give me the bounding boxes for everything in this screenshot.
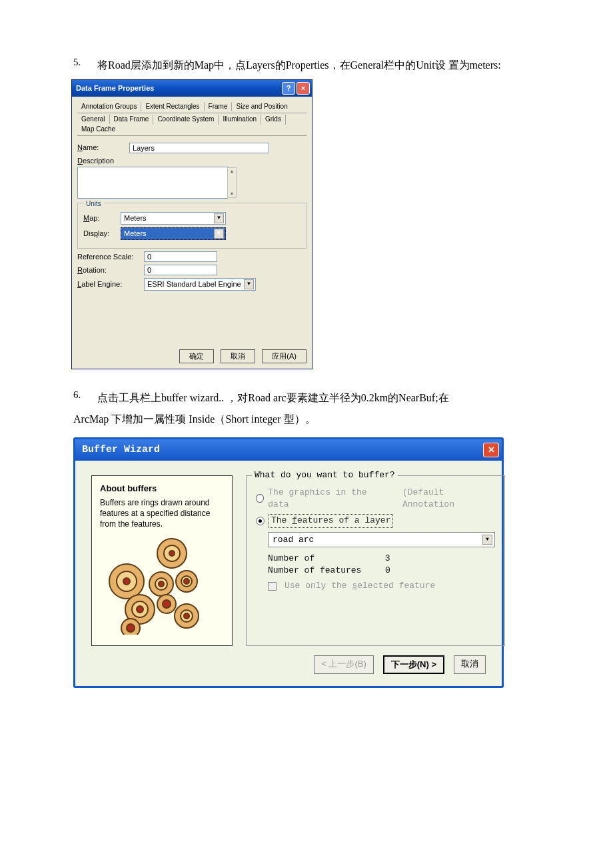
svg-point-14 xyxy=(137,606,143,613)
doc-step-6: 6. 点击工具栏上buffer wizard.. ，对Road arc要素建立半… xyxy=(73,389,546,407)
scrollbar-icon[interactable]: ▴▾ xyxy=(227,167,237,198)
rotation-input[interactable] xyxy=(144,265,217,275)
name-label: Name: xyxy=(77,143,129,153)
radio-features-label: The features of a layer xyxy=(269,514,393,528)
checkbox-icon xyxy=(268,582,277,591)
tab-frame[interactable]: Frame xyxy=(205,102,233,111)
description-label: Description xyxy=(77,156,129,166)
display-units-label: Display: xyxy=(83,229,121,239)
use-selected-label: Use only the selected feature xyxy=(285,580,435,592)
tab-coord-system[interactable]: Coordinate System xyxy=(153,115,219,125)
svg-point-2 xyxy=(169,551,175,556)
step6-number: 6. xyxy=(73,389,85,407)
buffer-options-panel: What do you want to buffer? The graphics… xyxy=(246,475,505,646)
about-title: About buffers xyxy=(100,483,224,495)
data-frame-properties-dialog: Data Frame Properties ? × Annotation Gro… xyxy=(71,79,312,369)
tab-map-cache[interactable]: Map Cache xyxy=(77,125,119,134)
buffer-wizard-dialog: Buffer Wizard ✕ About buffers Buffers ar… xyxy=(73,437,504,688)
refscale-input[interactable] xyxy=(144,251,217,262)
bw-titlebar: Buffer Wizard ✕ xyxy=(75,439,502,461)
svg-point-11 xyxy=(184,579,189,584)
dfp-title: Data Frame Properties xyxy=(76,83,154,93)
display-units-value: Meters xyxy=(124,229,147,239)
tab-extent-rectangles[interactable]: Extent Rectangles xyxy=(141,102,204,111)
chevron-down-icon: ▼ xyxy=(214,229,224,239)
bw-title: Buffer Wizard xyxy=(82,443,160,457)
dfp-tabs: Annotation Groups Extent Rectangles Fram… xyxy=(77,101,306,136)
labelengine-select[interactable]: ESRI Standard Label Engine ▼ xyxy=(144,278,256,291)
apply-button[interactable]: 应用(A) xyxy=(262,349,306,363)
map-units-select[interactable]: Meters ▼ xyxy=(121,212,226,225)
about-buffers-panel: About buffers Buffers are rings drawn ar… xyxy=(91,475,233,646)
chevron-down-icon: ▼ xyxy=(482,535,492,545)
svg-point-5 xyxy=(123,578,130,585)
chevron-down-icon: ▼ xyxy=(244,279,254,289)
radio-graphics-label: The graphics in the data xyxy=(268,487,385,510)
next-button[interactable]: 下一步(N) > xyxy=(383,655,444,674)
display-units-select[interactable]: Meters ▼ xyxy=(121,227,226,240)
step5-number: 5. xyxy=(73,57,85,74)
number-of-row: Number of 3 xyxy=(268,553,495,565)
number-of-features-row: Number of features 0 xyxy=(268,565,495,577)
chevron-down-icon: ▼ xyxy=(214,213,224,223)
svg-point-8 xyxy=(159,581,164,587)
doc-step-5: 5. 将Road层添加到新的Map中，点Layers的Properties，在G… xyxy=(73,57,546,74)
refscale-label: Reference Scale: xyxy=(77,252,144,262)
cancel-button[interactable]: 取消 xyxy=(454,655,486,674)
name-input[interactable] xyxy=(129,143,269,153)
tab-annotation-groups[interactable]: Annotation Groups xyxy=(77,102,141,111)
tab-illumination[interactable]: Illumination xyxy=(219,115,261,125)
svg-point-16 xyxy=(163,600,171,608)
cancel-button[interactable]: 取消 xyxy=(221,349,255,363)
step5-text: 将Road层添加到新的Map中，点Layers的Properties，在Gene… xyxy=(97,57,501,74)
layer-value: road arc xyxy=(273,534,314,546)
description-textarea[interactable] xyxy=(77,167,228,199)
units-fieldset: Units Map: Meters ▼ Display: Meters ▼ xyxy=(77,203,306,249)
about-text: Buffers are rings drawn around features … xyxy=(100,497,224,530)
help-icon[interactable]: ? xyxy=(282,82,295,95)
dfp-titlebar: Data Frame Properties ? × xyxy=(72,80,312,97)
svg-point-19 xyxy=(184,613,189,619)
svg-point-21 xyxy=(127,624,135,632)
tab-grids[interactable]: Grids xyxy=(261,115,286,125)
buffer-illustration-icon xyxy=(100,535,224,635)
labelengine-label: Label Engine: xyxy=(77,279,144,289)
rotation-label: Rotation: xyxy=(77,265,144,275)
map-units-label: Map: xyxy=(83,213,121,223)
ok-button[interactable]: 确定 xyxy=(179,349,214,363)
bw-legend: What do you want to buffer? xyxy=(252,469,398,481)
tab-size-position[interactable]: Size and Position xyxy=(232,102,291,111)
checkbox-use-selected[interactable]: Use only the selected feature xyxy=(268,580,495,592)
close-icon[interactable]: ✕ xyxy=(483,443,499,457)
layer-select[interactable]: road arc ▼ xyxy=(268,532,495,548)
tab-general[interactable]: General xyxy=(77,115,110,125)
labelengine-value: ESRI Standard Label Engine xyxy=(147,279,241,289)
radio-graphics[interactable]: The graphics in the data (Default Annota… xyxy=(256,487,495,510)
radio-features[interactable]: The features of a layer xyxy=(256,514,495,528)
step6-text-line2: ArcMap 下增加一属性项 Inside（Short integer 型）。 xyxy=(73,411,546,428)
units-legend: Units xyxy=(83,200,104,207)
tab-data-frame[interactable]: Data Frame xyxy=(110,115,154,125)
map-units-value: Meters xyxy=(124,213,147,223)
step6-text-line1: 点击工具栏上buffer wizard.. ，对Road arc要素建立半径为0… xyxy=(97,389,449,407)
close-icon[interactable]: × xyxy=(297,82,310,95)
radio-graphics-suffix: (Default Annotation xyxy=(402,487,495,510)
back-button[interactable]: < 上一步(B) xyxy=(314,655,374,674)
